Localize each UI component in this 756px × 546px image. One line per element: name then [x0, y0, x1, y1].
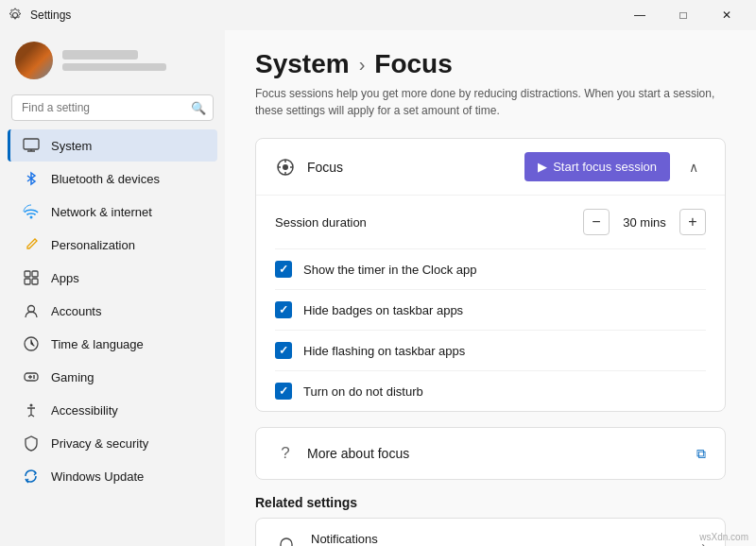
search-input[interactable] — [11, 94, 214, 121]
sidebar-item-label: Bluetooth & devices — [51, 172, 160, 186]
svg-rect-0 — [24, 139, 39, 149]
minimize-button[interactable]: — — [618, 0, 662, 30]
nav-list: System Bluetooth & devices Network & int… — [0, 128, 225, 493]
session-duration-row: Session duration − 30 mins + — [275, 196, 706, 249]
checkbox-row-timer[interactable]: ✓ Show the timer in the Clock app — [275, 249, 706, 290]
settings-icon — [8, 8, 23, 23]
session-duration-label: Session duration — [275, 215, 583, 230]
duration-controls: − 30 mins + — [583, 209, 706, 235]
checkbox-timer[interactable]: ✓ — [275, 261, 292, 278]
avatar — [15, 42, 53, 79]
checkbox-label-timer: Show the timer in the Clock app — [303, 263, 477, 277]
checkbox-row-dnd[interactable]: ✓ Turn on do not disturb — [275, 371, 706, 411]
title-bar-controls: — □ ✕ — [618, 0, 748, 30]
sidebar-item-update[interactable]: Windows Update — [8, 460, 217, 492]
checkmark-icon: ✓ — [279, 384, 288, 398]
collapse-button[interactable]: ∧ — [681, 156, 706, 179]
apps-nav-icon — [23, 269, 40, 286]
sidebar-item-label: Time & language — [51, 337, 144, 351]
more-about-focus-card: ? More about focus ⧉ — [255, 427, 726, 480]
main-content: System › Focus Focus sessions help you g… — [225, 30, 756, 546]
watermark: wsXdn.com — [699, 532, 748, 542]
sidebar-item-time[interactable]: Time & language — [8, 328, 217, 360]
title-bar-title: Settings — [30, 9, 71, 22]
external-link-icon: ⧉ — [696, 446, 706, 462]
breadcrumb: System › Focus — [255, 49, 726, 79]
focus-card-title: Focus — [307, 160, 513, 175]
sidebar-item-label: Windows Update — [51, 469, 144, 484]
app-body: 🔍 System Bluetooth & devices Network & i… — [0, 30, 756, 546]
focus-card-header[interactable]: Focus ▶ Start focus session ∧ — [256, 139, 725, 195]
focus-card-body: Session duration − 30 mins + ✓ Show the … — [256, 195, 725, 411]
checkbox-row-flashing[interactable]: ✓ Hide flashing on taskbar apps — [275, 331, 706, 371]
notifications-row[interactable]: Notifications Alerts from apps and syste… — [256, 519, 725, 546]
sidebar-item-bluetooth[interactable]: Bluetooth & devices — [8, 162, 217, 195]
breadcrumb-current: Focus — [374, 49, 452, 79]
sidebar-item-label: Gaming — [51, 370, 94, 384]
gaming-nav-icon — [23, 368, 40, 385]
checkbox-badges[interactable]: ✓ — [275, 301, 292, 318]
start-focus-button[interactable]: ▶ Start focus session — [524, 152, 670, 181]
more-about-focus-label: More about focus — [307, 446, 685, 461]
maximize-button[interactable]: □ — [662, 0, 705, 30]
related-settings-card: Notifications Alerts from apps and syste… — [255, 518, 726, 546]
checkbox-label-flashing: Hide flashing on taskbar apps — [303, 344, 465, 358]
search-box: 🔍 — [11, 94, 214, 121]
sidebar-item-label: Personalization — [51, 238, 135, 252]
duration-number: 30 — [623, 215, 636, 230]
breadcrumb-parent: System — [255, 49, 350, 79]
user-email — [62, 63, 166, 71]
sidebar-item-label: Network & internet — [51, 205, 152, 219]
sidebar-item-system[interactable]: System — [8, 129, 217, 162]
breadcrumb-separator: › — [359, 54, 366, 76]
bluetooth-nav-icon — [23, 170, 40, 187]
sidebar-item-label: Apps — [51, 271, 79, 285]
svg-rect-3 — [32, 271, 38, 277]
update-nav-icon — [23, 468, 40, 485]
sidebar-item-label: System — [51, 139, 92, 153]
svg-point-9 — [33, 375, 35, 377]
close-button[interactable]: ✕ — [705, 0, 748, 30]
help-icon: ? — [275, 443, 296, 464]
checkbox-list: ✓ Show the timer in the Clock app ✓ Hide… — [275, 249, 706, 411]
sidebar: 🔍 System Bluetooth & devices Network & i… — [0, 30, 225, 546]
checkbox-label-badges: Hide badges on taskbar apps — [303, 303, 463, 317]
duration-value: 30 mins — [621, 215, 668, 230]
time-nav-icon — [23, 335, 40, 352]
sidebar-item-privacy[interactable]: Privacy & security — [8, 427, 217, 459]
svg-point-11 — [30, 404, 33, 407]
more-about-focus-row[interactable]: ? More about focus ⧉ — [256, 428, 725, 479]
duration-increase-button[interactable]: + — [679, 209, 706, 235]
bell-icon — [275, 535, 298, 547]
checkbox-row-badges[interactable]: ✓ Hide badges on taskbar apps — [275, 290, 706, 331]
svg-point-13 — [283, 164, 288, 170]
page-description: Focus sessions help you get more done by… — [255, 85, 726, 119]
sidebar-item-gaming[interactable]: Gaming — [8, 361, 217, 393]
play-icon: ▶ — [538, 160, 547, 174]
checkmark-icon: ✓ — [279, 344, 288, 357]
start-focus-label: Start focus session — [553, 160, 657, 174]
svg-point-10 — [33, 377, 35, 379]
checkbox-flashing[interactable]: ✓ — [275, 342, 292, 359]
duration-unit: mins — [640, 215, 665, 230]
notifications-text: Notifications Alerts from apps and syste… — [311, 532, 688, 546]
user-name — [62, 50, 138, 60]
checkmark-icon: ✓ — [279, 263, 288, 276]
title-bar: Settings — □ ✕ — [0, 0, 756, 30]
sidebar-item-network[interactable]: Network & internet — [8, 196, 217, 228]
sidebar-item-personalization[interactable]: Personalization — [8, 229, 217, 261]
related-settings-title: Related settings — [255, 495, 726, 510]
checkbox-dnd[interactable]: ✓ — [275, 383, 292, 400]
notifications-title: Notifications — [311, 532, 688, 546]
svg-rect-2 — [25, 271, 30, 277]
svg-rect-4 — [25, 279, 30, 284]
sidebar-item-accessibility[interactable]: Accessibility — [8, 394, 217, 426]
checkbox-label-dnd: Turn on do not disturb — [303, 384, 423, 399]
sidebar-item-label: Privacy & security — [51, 436, 148, 451]
checkmark-icon: ✓ — [279, 303, 288, 316]
personalization-nav-icon — [23, 236, 40, 253]
duration-decrease-button[interactable]: − — [583, 209, 610, 235]
sidebar-item-apps[interactable]: Apps — [8, 262, 217, 294]
system-nav-icon — [23, 137, 40, 154]
sidebar-item-accounts[interactable]: Accounts — [8, 295, 217, 327]
